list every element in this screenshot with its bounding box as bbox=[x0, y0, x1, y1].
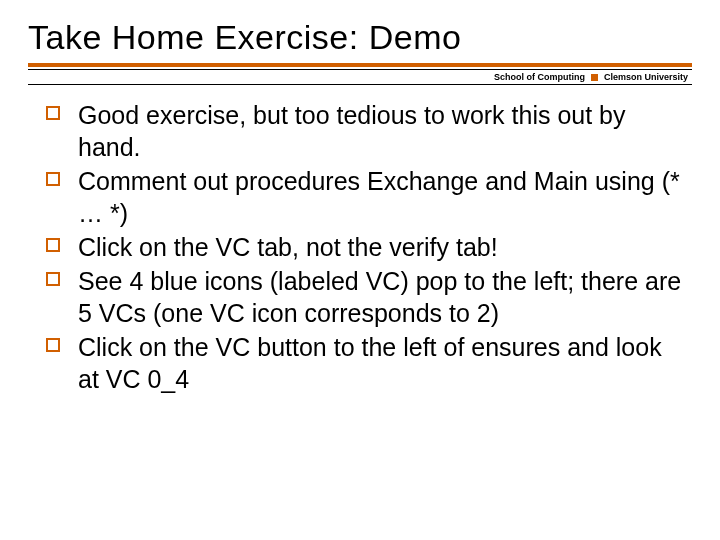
list-item: Comment out procedures Exchange and Main… bbox=[46, 165, 686, 229]
title-rule: School of Computing Clemson University bbox=[28, 63, 692, 85]
rule-thick bbox=[28, 63, 692, 67]
list-item: Good exercise, but too tedious to work t… bbox=[46, 99, 686, 163]
list-item: Click on the VC button to the left of en… bbox=[46, 331, 686, 395]
list-item: See 4 blue icons (labeled VC) pop to the… bbox=[46, 265, 686, 329]
bullet-list: Good exercise, but too tedious to work t… bbox=[28, 99, 692, 395]
page-title: Take Home Exercise: Demo bbox=[28, 18, 692, 57]
subheader-right: Clemson University bbox=[604, 72, 688, 82]
subheader: School of Computing Clemson University bbox=[28, 72, 688, 82]
rule-thin-lower bbox=[28, 84, 692, 85]
list-item: Click on the VC tab, not the verify tab! bbox=[46, 231, 686, 263]
rule-thin-upper bbox=[28, 69, 692, 70]
square-icon bbox=[591, 74, 598, 81]
subheader-left: School of Computing bbox=[494, 72, 585, 82]
slide: Take Home Exercise: Demo School of Compu… bbox=[0, 0, 720, 540]
